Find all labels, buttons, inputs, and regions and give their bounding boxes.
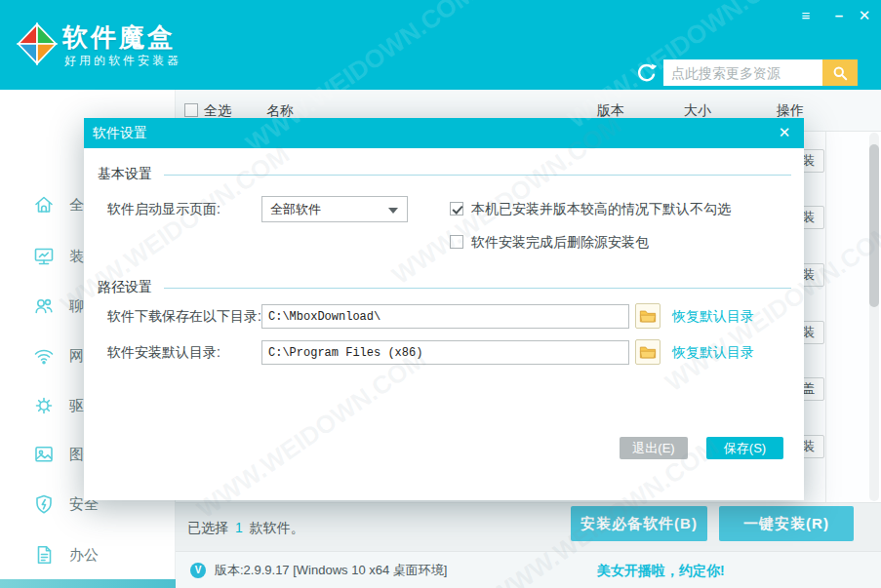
status-bar: V 版本:2.9.9.17 [Windows 10 x64 桌面环境] 美女开播… [176, 551, 881, 588]
folder-icon [639, 345, 657, 360]
startup-page-value: 全部软件 [270, 202, 321, 216]
dialog-titlebar: 软件设置 [84, 118, 804, 148]
dialog-close-icon[interactable]: ✕ [774, 122, 795, 143]
basic-settings-section: 基本设置 [98, 166, 791, 183]
section-divider [164, 288, 791, 289]
startup-page-select[interactable]: 全部软件 [261, 196, 408, 222]
skip-installed-label: 本机已安装并版本较高的情况下默认不勾选 [471, 196, 731, 222]
version-text: 版本:2.9.9.17 [Windows 10 x64 桌面环境] [215, 552, 447, 588]
selected-suffix: 款软件。 [250, 520, 304, 535]
chevron-down-icon [388, 208, 398, 214]
delete-package-label: 软件安装完成后删除源安装包 [471, 229, 649, 255]
app-title: 软件魔盒 [62, 20, 176, 55]
column-divider [825, 132, 826, 502]
selection-summary: 已选择1款软件。 [187, 503, 304, 552]
dialog-title: 软件设置 [93, 125, 147, 140]
path-settings-title: 路径设置 [98, 279, 152, 296]
skip-installed-checkbox[interactable] [450, 202, 463, 216]
browse-install-dir-button[interactable] [635, 339, 661, 365]
sidebar-item-system-tools[interactable]: 系统辅助 [0, 579, 176, 588]
version-badge-icon: V [190, 563, 206, 578]
install-dir-label: 软件安装默认目录: [107, 339, 220, 366]
startup-page-label: 软件启动显示页面: [107, 196, 220, 222]
exit-button[interactable]: 退出(E) [620, 437, 688, 459]
promo-link[interactable]: 美女开播啦，约定你! [597, 552, 725, 588]
basic-settings-title: 基本设置 [98, 166, 152, 183]
scrollbar-thumb[interactable] [869, 144, 879, 307]
one-click-install-button[interactable]: 一键安装(R) [719, 506, 854, 541]
delete-package-checkbox[interactable] [450, 235, 463, 249]
home-icon [32, 193, 56, 216]
restore-install-dir-link[interactable]: 恢复默认目录 [672, 339, 754, 366]
scrollbar-track[interactable] [869, 133, 879, 501]
selected-prefix: 已选择 [187, 520, 228, 535]
menu-icon[interactable]: ≡ [795, 5, 817, 26]
minimize-icon[interactable]: – [828, 5, 850, 26]
app-logo-icon [17, 22, 58, 65]
image-icon [32, 443, 56, 466]
close-window-icon[interactable]: ✕ [854, 5, 875, 26]
settings-dialog: 软件设置 ✕ 基本设置 软件启动显示页面: 全部软件 本机已安装并版本较高的情况… [84, 118, 804, 500]
restore-download-dir-link[interactable]: 恢复默认目录 [672, 303, 754, 330]
select-all-checkbox[interactable] [184, 103, 198, 117]
document-icon [32, 543, 56, 567]
refresh-icon[interactable] [634, 60, 660, 86]
sidebar-item-label: 办公 [69, 546, 99, 565]
sidebar-item-office[interactable]: 办公 [0, 535, 176, 574]
browse-download-dir-button[interactable] [635, 303, 661, 329]
download-dir-label: 软件下载保存在以下目录: [107, 303, 261, 330]
search-button[interactable] [822, 59, 858, 86]
bottom-action-bar: 已选择1款软件。 安装必备软件(B) 一键安装(R) [176, 502, 881, 551]
download-dir-input[interactable] [261, 304, 629, 329]
app-subtitle: 好用的软件安装器 [64, 53, 181, 69]
search-icon [830, 63, 850, 83]
install-dir-input[interactable] [261, 340, 629, 365]
folder-icon [639, 309, 657, 324]
search-input[interactable] [663, 59, 822, 86]
top-header: 软件魔盒 好用的软件安装器 ≡ – ✕ [0, 0, 881, 90]
section-divider [164, 175, 791, 176]
monitor-icon [32, 245, 56, 268]
selected-count: 1 [228, 520, 250, 535]
install-essentials-button[interactable]: 安装必备软件(B) [571, 506, 707, 541]
path-settings-section: 路径设置 [98, 279, 791, 296]
search-box [663, 59, 822, 86]
users-icon [32, 294, 56, 318]
wifi-icon [32, 344, 56, 368]
save-button[interactable]: 保存(S) [706, 437, 783, 459]
gear-icon [32, 394, 56, 417]
shield-icon [32, 492, 56, 516]
app-window: 软件魔盒 好用的软件安装器 ≡ – ✕ 全部软件 [0, 0, 881, 588]
